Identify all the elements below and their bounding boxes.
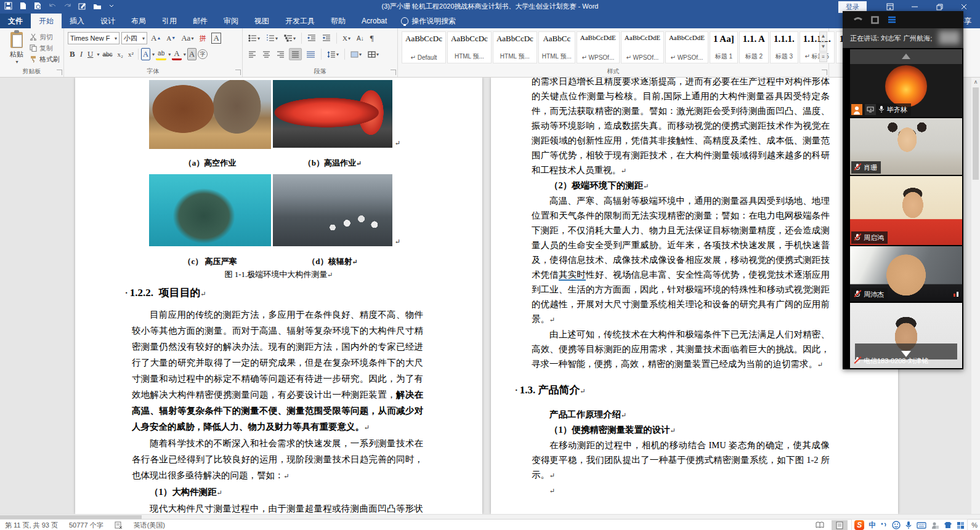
ime-mode-chinese[interactable]: 中	[869, 520, 876, 530]
participant-tile[interactable]: 毕齐林	[850, 49, 962, 117]
open-icon[interactable]	[92, 1, 102, 10]
ime-voice-icon[interactable]	[905, 521, 912, 529]
ime-skin-icon[interactable]	[944, 521, 952, 529]
word-count[interactable]: 50777 个字	[69, 521, 103, 530]
proofing-errors-icon[interactable]	[115, 521, 123, 530]
multilevel-list-button[interactable]: ▾	[282, 32, 298, 44]
style-card-heading1[interactable]: 1 Aa]标题 1	[710, 31, 738, 63]
tab-help[interactable]: 帮助	[323, 14, 354, 28]
format-painter-button[interactable]: 格式刷	[30, 54, 60, 64]
clipboard-dialog-launcher[interactable]	[57, 70, 62, 75]
font-name-combo[interactable]: Times New F▾	[68, 32, 119, 44]
tell-me-search[interactable]: 操作说明搜索	[395, 14, 462, 28]
style-card[interactable]: AaBbCcDdE↵ WPSOf...	[665, 31, 708, 63]
meeting-layout-menu-icon[interactable]	[888, 16, 896, 23]
font-color-button[interactable]: A	[172, 48, 181, 60]
style-card-heading2[interactable]: 1.1. A标题 2	[739, 31, 769, 63]
style-card-heading3[interactable]: 1.1.1.标题 3	[770, 31, 798, 63]
participant-tile[interactable]: 肖珊	[850, 118, 962, 175]
italic-button[interactable]: I	[78, 48, 84, 60]
save-icon[interactable]	[4, 1, 13, 10]
participant-tile[interactable]: 周启鸿	[850, 176, 962, 245]
style-card[interactable]: AaBbCcHTML 预...	[538, 31, 575, 63]
tab-developer[interactable]: 开发工具	[277, 14, 323, 28]
strikethrough-button[interactable]: abc	[100, 48, 114, 60]
ime-passport-icon[interactable]	[931, 521, 939, 529]
align-right-button[interactable]	[275, 48, 286, 60]
qat-customize-icon[interactable]	[107, 1, 116, 10]
ime-toolbox-icon[interactable]	[957, 521, 965, 529]
text-effects-button[interactable]: A	[141, 48, 150, 60]
document-page-right[interactable]: 的需求日趋增长且精度要求逐渐提高，进而有必要在生产过程中对构件形体的关键点位作测…	[491, 78, 898, 514]
print-layout-button[interactable]	[832, 520, 848, 530]
show-hide-marks-button[interactable]: ¶	[368, 32, 376, 44]
new-document-icon[interactable]	[18, 1, 28, 10]
tab-acrobat[interactable]: Acrobat	[354, 14, 395, 28]
horizontal-scrollbar[interactable]	[0, 514, 980, 519]
meeting-restore-icon[interactable]	[871, 16, 879, 24]
bullets-button[interactable]: ▾	[246, 32, 262, 44]
style-card[interactable]: AaBbCcDcHTML 预...	[447, 31, 492, 63]
styles-scroll-up-icon[interactable]: ▲	[819, 31, 827, 41]
style-card[interactable]: AaBbCcDcHTML 预...	[493, 31, 537, 63]
line-spacing-button[interactable]: ▾	[325, 48, 341, 60]
document-page-left[interactable]: ↵ （a）高空作业 （b）高温作业↵ ↵ （c） 高压严寒 （d）核辐射↵ 图 …	[75, 78, 482, 514]
styles-dialog-launcher[interactable]	[822, 70, 827, 75]
subscript-button[interactable]: x₂	[116, 48, 125, 60]
vertical-scrollbar-thumb[interactable]	[973, 87, 979, 180]
tab-file[interactable]: 文件	[0, 14, 31, 28]
ime-emoji-icon[interactable]	[892, 521, 901, 529]
font-dialog-launcher[interactable]	[235, 70, 241, 75]
styles-scroll-down-icon[interactable]: ▼	[819, 42, 827, 52]
increase-indent-button[interactable]	[320, 32, 333, 44]
font-size-combo[interactable]: 小四▾	[121, 32, 147, 44]
align-center-button[interactable]	[261, 48, 272, 60]
edit-icon[interactable]	[78, 1, 87, 10]
tab-view[interactable]: 视图	[246, 14, 277, 28]
numbering-button[interactable]: ▾	[264, 32, 280, 44]
paste-button[interactable]: 粘贴 ▾	[5, 32, 28, 68]
align-left-button[interactable]	[246, 48, 258, 60]
sogou-logo-icon[interactable]: S	[854, 520, 864, 530]
style-card[interactable]: AaBbCcDdE↵ WPSOf...	[577, 31, 620, 63]
scroll-up-icon[interactable]: ∧	[971, 78, 980, 86]
tab-references[interactable]: 引用	[154, 14, 185, 28]
redo-icon[interactable]	[63, 1, 72, 10]
tab-review[interactable]: 审阅	[216, 14, 246, 28]
style-card-heading5[interactable]: 1.1.1.1.↵ 标题 5	[800, 31, 835, 63]
borders-button[interactable]: ▾	[366, 48, 381, 60]
language-indicator[interactable]: 英语(美国)	[134, 521, 165, 530]
tab-insert[interactable]: 插入	[62, 14, 92, 28]
meeting-minimize-icon[interactable]	[854, 17, 862, 22]
ime-keyboard-icon[interactable]	[917, 522, 926, 529]
ime-punctuation-icon[interactable]	[880, 521, 888, 529]
grow-font-button[interactable]: A▲	[149, 32, 163, 44]
change-case-button[interactable]: Aa▾	[179, 32, 195, 44]
shading-button[interactable]: ▾	[349, 48, 363, 60]
tab-home[interactable]: 开始	[31, 14, 62, 28]
styles-gallery-more-icon[interactable]: ≡	[819, 52, 827, 62]
character-shading-button[interactable]: A	[187, 48, 196, 60]
read-mode-button[interactable]	[812, 520, 828, 530]
scroll-participants-up-icon[interactable]	[902, 54, 910, 59]
tab-layout[interactable]: 布局	[123, 14, 154, 28]
bold-button[interactable]: B	[68, 48, 77, 60]
sort-button[interactable]: A↓	[355, 32, 366, 44]
decrease-indent-button[interactable]	[306, 32, 318, 44]
zoom-percent[interactable]: %	[971, 521, 978, 529]
style-card[interactable]: AaBbCcDc↵ Default	[402, 31, 446, 63]
shrink-font-button[interactable]: A▼	[164, 32, 177, 44]
highlight-color-button[interactable]: ab	[156, 48, 166, 60]
underline-button[interactable]: U	[86, 48, 95, 60]
enclose-characters-button[interactable]: 字	[198, 49, 208, 59]
asian-layout-button[interactable]: X▾	[341, 32, 352, 44]
copy-button[interactable]: 复制	[30, 43, 60, 53]
cut-button[interactable]: 剪切	[30, 32, 60, 42]
participant-tile[interactable]: 电信183-0208-刘津铭	[850, 303, 962, 368]
tab-design[interactable]: 设计	[92, 14, 123, 28]
superscript-button[interactable]: x²	[126, 48, 136, 60]
participant-tile[interactable]: 周沛杰	[850, 246, 962, 302]
vertical-scrollbar[interactable]: ∧	[971, 78, 980, 514]
distribute-button[interactable]	[304, 48, 317, 60]
undo-icon[interactable]	[48, 1, 57, 10]
